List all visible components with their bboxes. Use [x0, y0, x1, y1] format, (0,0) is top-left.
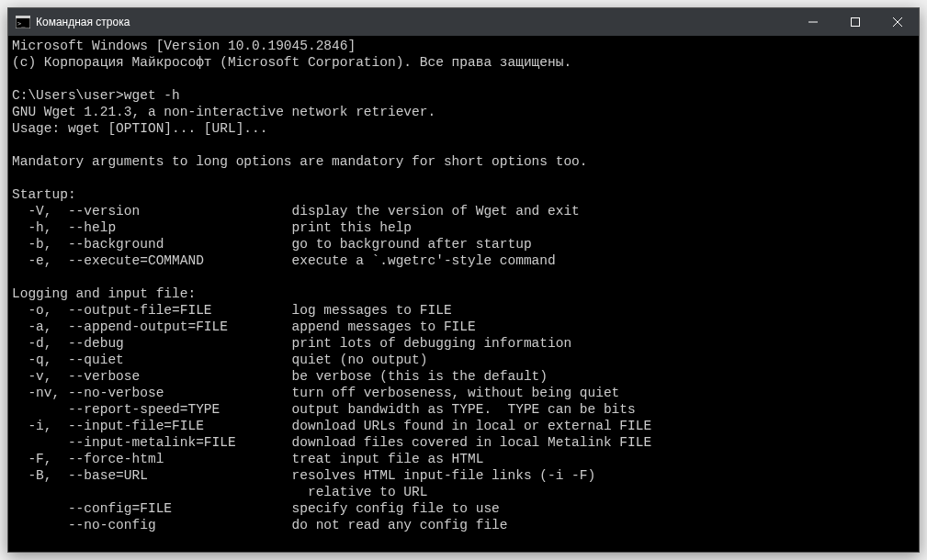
- svg-text:>_: >_: [17, 20, 26, 28]
- terminal-line: C:\Users\user>wget -h: [12, 87, 915, 104]
- window-title: Командная строка: [36, 16, 792, 28]
- minimize-button[interactable]: [792, 8, 834, 36]
- cmd-icon: >_: [16, 16, 30, 28]
- terminal-line: Logging and input file:: [12, 286, 915, 302]
- terminal-line: [12, 137, 915, 153]
- maximize-button[interactable]: [834, 8, 876, 36]
- terminal-line: --config=FILE specify config file to use: [12, 500, 915, 517]
- terminal-line: --no-config do not read any config file: [12, 517, 915, 533]
- terminal-line: (c) Корпорация Майкрософт (Microsoft Cor…: [12, 54, 915, 71]
- terminal-line: [12, 71, 915, 87]
- command-prompt-window: >_ Командная строка Microsoft Windows [V…: [7, 7, 920, 553]
- window-controls: [792, 8, 919, 36]
- terminal-line: -B, --base=URL resolves HTML input-file …: [12, 467, 915, 484]
- terminal-line: Usage: wget [OPTION]... [URL]...: [12, 120, 915, 137]
- terminal-line: -o, --output-file=FILE log messages to F…: [12, 302, 915, 319]
- terminal-line: Startup:: [12, 186, 915, 203]
- terminal-line: [12, 170, 915, 186]
- terminal-line: GNU Wget 1.21.3, a non-interactive netwo…: [12, 104, 915, 120]
- terminal-line: -b, --background go to background after …: [12, 236, 915, 252]
- terminal-line: --input-metalink=FILE download files cov…: [12, 434, 915, 451]
- terminal-line: Microsoft Windows [Version 10.0.19045.28…: [12, 38, 915, 54]
- terminal-line: -i, --input-file=FILE download URLs foun…: [12, 418, 915, 434]
- svg-rect-4: [852, 18, 860, 27]
- terminal-line: -e, --execute=COMMAND execute a `.wgetrc…: [12, 252, 915, 269]
- terminal-line: --report-speed=TYPE output bandwidth as …: [12, 401, 915, 418]
- close-button[interactable]: [876, 8, 919, 36]
- terminal-line: -nv, --no-verbose turn off verboseness, …: [12, 385, 915, 401]
- terminal-line: -V, --version display the version of Wge…: [12, 203, 915, 219]
- titlebar[interactable]: >_ Командная строка: [8, 8, 919, 36]
- terminal-line: Mandatory arguments to long options are …: [12, 153, 915, 170]
- terminal-line: -q, --quiet quiet (no output): [12, 352, 915, 368]
- terminal-line: relative to URL: [12, 484, 915, 500]
- terminal-line: -F, --force-html treat input file as HTM…: [12, 451, 915, 467]
- terminal-line: -h, --help print this help: [12, 219, 915, 236]
- terminal-line: -d, --debug print lots of debugging info…: [12, 335, 915, 352]
- svg-rect-1: [16, 16, 30, 18]
- terminal-line: [12, 269, 915, 286]
- terminal-line: -v, --verbose be verbose (this is the de…: [12, 368, 915, 385]
- terminal-line: -a, --append-output=FILE append messages…: [12, 319, 915, 335]
- terminal-output[interactable]: Microsoft Windows [Version 10.0.19045.28…: [8, 36, 919, 552]
